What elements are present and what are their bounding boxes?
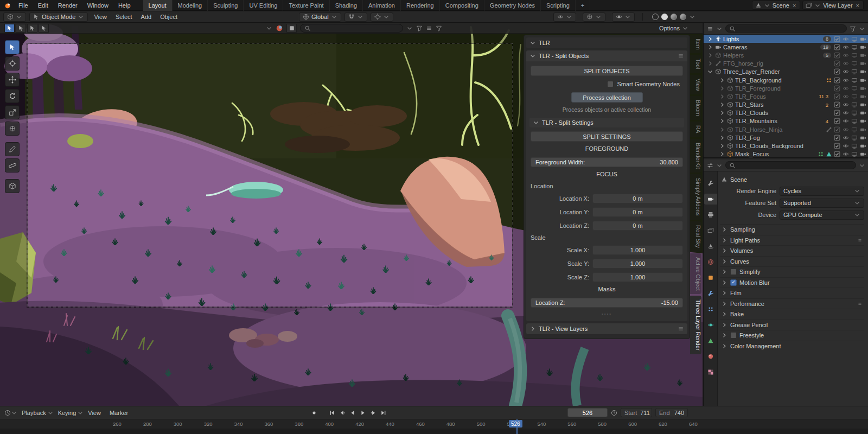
checkbox-icon[interactable] xyxy=(834,101,840,108)
eye-icon[interactable] xyxy=(843,101,849,108)
tab-real-sky[interactable]: Real Sky xyxy=(690,221,701,252)
tool-tweak-select[interactable] xyxy=(5,40,20,54)
tab-item[interactable]: Item xyxy=(690,35,701,53)
chevron-right-icon[interactable] xyxy=(719,110,725,116)
properties-search-input[interactable] xyxy=(725,161,856,169)
workspace-tab-geometry-nodes[interactable]: Geometry Nodes xyxy=(484,0,541,11)
menu-object[interactable]: Object xyxy=(156,14,182,20)
tab-modifiers[interactable] xyxy=(704,288,717,299)
eye-icon[interactable] xyxy=(843,60,849,67)
frame-start-field[interactable]: Start711 xyxy=(621,408,652,417)
foreground-width-slider[interactable]: Foreground Width: 30.800 xyxy=(531,157,683,167)
feature-set-select[interactable]: Supported xyxy=(780,199,864,208)
workspace-tab-scripting[interactable]: Scripting xyxy=(541,0,576,11)
chevron-down-icon[interactable] xyxy=(406,25,413,31)
split-settings-panel-header[interactable]: TLR - Split Settings xyxy=(529,118,684,127)
monitor-icon[interactable] xyxy=(851,85,858,92)
workspace-tab-sculpting[interactable]: Sculpting xyxy=(208,0,244,11)
jump-to-end-button[interactable] xyxy=(379,409,388,417)
blender-logo-icon[interactable] xyxy=(4,2,11,9)
section-light-paths[interactable]: Light Paths xyxy=(720,235,864,246)
tab-three-layer-render[interactable]: Three Layer Render xyxy=(690,296,701,354)
tab-particles[interactable] xyxy=(704,304,717,315)
section-performance[interactable]: Performance xyxy=(720,298,864,309)
gizmos-toggle[interactable] xyxy=(583,12,605,22)
tab-render[interactable] xyxy=(704,194,717,205)
unlink-scene-button[interactable]: × xyxy=(792,2,797,9)
monitor-icon[interactable] xyxy=(851,118,858,124)
panel-menu-icon[interactable] xyxy=(678,53,684,59)
eye-icon[interactable] xyxy=(843,85,849,92)
outliner-row-tlr-mountains[interactable]: TLR_Mountains4 xyxy=(704,117,868,125)
chevron-right-icon[interactable] xyxy=(719,93,725,100)
menu-marker[interactable]: Marker xyxy=(105,410,132,416)
view-layers-panel-header[interactable]: TLR - View Layers xyxy=(526,323,687,334)
menu-render[interactable]: Render xyxy=(53,0,82,11)
menu-help[interactable]: Help xyxy=(113,0,136,11)
checkbox-icon[interactable] xyxy=(834,68,840,75)
timeline-ruler[interactable]: 2602803003203403603804004204404604805005… xyxy=(0,419,868,429)
tab-blenderkit[interactable]: BlenderKit xyxy=(690,139,701,173)
workspace-tab-uv-editing[interactable]: UV Editing xyxy=(244,0,283,11)
monitor-icon[interactable] xyxy=(851,143,858,149)
camera-icon[interactable] xyxy=(860,118,866,124)
monitor-icon[interactable] xyxy=(851,101,858,108)
view-layer-selector[interactable]: View Layer × xyxy=(802,1,864,10)
frame-end-field[interactable]: End740 xyxy=(655,408,688,417)
chevron-right-icon[interactable] xyxy=(719,77,725,84)
chevron-right-icon[interactable] xyxy=(707,44,713,50)
select-mode-intersect-button[interactable] xyxy=(39,24,49,33)
chevron-right-icon[interactable] xyxy=(719,135,725,141)
eye-icon[interactable] xyxy=(843,151,849,157)
preview-range-clock-icon[interactable] xyxy=(611,410,617,416)
select-mode-subtract-button[interactable] xyxy=(27,24,37,33)
workspace-tab-modeling[interactable]: Modeling xyxy=(173,0,208,11)
monitor-icon[interactable] xyxy=(851,52,858,59)
checkbox-icon[interactable] xyxy=(834,126,840,133)
eye-icon[interactable] xyxy=(843,143,849,149)
blenderkit-search-input[interactable] xyxy=(300,24,403,33)
checkbox-icon[interactable] xyxy=(834,143,840,149)
checkbox-icon[interactable] xyxy=(834,36,840,42)
monitor-icon[interactable] xyxy=(851,93,858,100)
tool-3d-cursor[interactable] xyxy=(5,56,20,71)
camera-icon[interactable] xyxy=(860,52,866,59)
filter-icon[interactable] xyxy=(436,25,442,31)
workspace-tab-rendering[interactable]: Rendering xyxy=(401,0,440,11)
outliner-row-cameras[interactable]: Cameras19 xyxy=(704,43,868,51)
section-curves[interactable]: Curves xyxy=(720,256,864,267)
checkbox-icon[interactable] xyxy=(834,93,840,100)
location-z-field[interactable]: 0 m xyxy=(592,221,683,231)
tab-object-data[interactable] xyxy=(704,335,717,346)
chevron-right-icon[interactable] xyxy=(719,143,725,149)
workspace-tab-layout[interactable]: Layout xyxy=(143,0,173,11)
location-y-field[interactable]: 0 m xyxy=(592,207,683,217)
monitor-icon[interactable] xyxy=(851,68,858,75)
checkbox-icon[interactable] xyxy=(834,52,840,59)
tool-measure[interactable] xyxy=(5,158,20,173)
outliner-row-mask-focus[interactable]: Mask_Focus xyxy=(704,150,868,158)
eye-icon[interactable] xyxy=(843,126,849,133)
chevron-down-icon[interactable] xyxy=(11,410,17,416)
scale-z-field[interactable]: 1.000 xyxy=(592,272,683,282)
timeline-editor-icon[interactable] xyxy=(4,410,11,416)
list-icon[interactable] xyxy=(426,25,432,31)
shading-rendered-button[interactable] xyxy=(680,14,686,20)
chevron-down-icon[interactable] xyxy=(859,162,865,169)
section-simplify[interactable]: Simplify xyxy=(720,266,864,277)
chevron-right-icon[interactable] xyxy=(707,60,713,67)
section-volumes[interactable]: Volumes xyxy=(720,245,864,256)
shading-material-button[interactable] xyxy=(671,14,677,20)
tab-bloom[interactable]: Bloom xyxy=(690,96,701,120)
monitor-icon[interactable] xyxy=(851,60,858,67)
filter-icon[interactable] xyxy=(850,25,856,32)
scale-x-field[interactable]: 1.000 xyxy=(592,245,683,255)
shading-wireframe-button[interactable] xyxy=(652,14,659,20)
tab-view[interactable]: View xyxy=(690,75,701,95)
tab-tool[interactable]: Tool xyxy=(690,55,701,73)
camera-icon[interactable] xyxy=(860,77,866,84)
workspace-tab-compositing[interactable]: Compositing xyxy=(440,0,484,11)
previous-keyframe-button[interactable] xyxy=(337,409,347,417)
tool-rotate[interactable] xyxy=(5,89,20,103)
tab-object[interactable] xyxy=(704,272,717,283)
